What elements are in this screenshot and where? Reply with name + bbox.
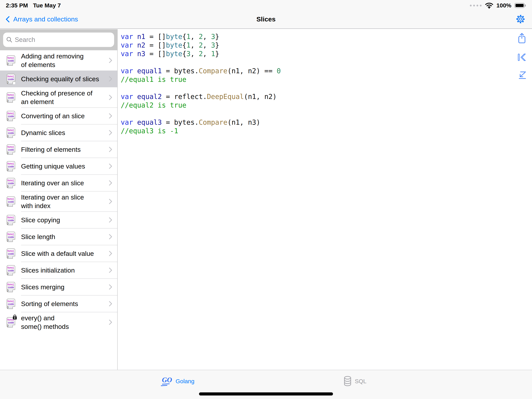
- home-indicator[interactable]: [199, 392, 333, 395]
- doc-icon-text: func{: [7, 145, 14, 148]
- chevron-right-icon: [107, 284, 112, 290]
- back-chevron-icon: [6, 16, 12, 23]
- func-code-icon: func{code}: [7, 282, 15, 292]
- doc-icon-text: code: [7, 115, 14, 118]
- func-code-icon: func{code}: [7, 299, 15, 309]
- back-button[interactable]: Arrays and collections: [7, 15, 78, 23]
- code-token: //equal2 is true: [121, 101, 186, 109]
- database-icon: [343, 376, 352, 387]
- page-fold: [13, 204, 15, 207]
- doc-icon-text: func{: [7, 197, 14, 200]
- func-code-icon: func{code}: [7, 92, 15, 103]
- chevron-right-icon: [107, 217, 112, 223]
- code-token: [133, 118, 137, 126]
- code-token: (n1, n2) ==: [228, 67, 277, 75]
- code-token: n3: [137, 50, 145, 58]
- code-line: //equal2 is true: [121, 101, 532, 109]
- sidebar-item[interactable]: func{code}Slices initialization: [0, 262, 117, 279]
- code-token: = bytes.: [162, 67, 199, 75]
- sidebar-item-label: Sorting of elements: [21, 299, 108, 308]
- code-token: n2: [137, 41, 145, 49]
- func-code-icon: func{code}: [7, 232, 15, 242]
- sidebar-item[interactable]: func{code}Checking equality of slices: [0, 71, 117, 87]
- jump-down-left-button[interactable]: [518, 71, 526, 80]
- doc-icon-text: code: [7, 321, 14, 324]
- chevron-right-icon: [107, 113, 112, 119]
- sidebar-item[interactable]: func{code}Slice length: [0, 228, 117, 245]
- share-icon: [517, 33, 526, 44]
- doc-icon-text: code: [7, 59, 14, 62]
- code-token: = reflect.: [162, 93, 207, 101]
- code-line: [121, 109, 532, 118]
- code-token: 2: [199, 50, 203, 58]
- sidebar-item[interactable]: func{code}Slices merging: [0, 279, 117, 295]
- func-code-icon: func{code}: [7, 265, 15, 276]
- arrow-down-left-icon: [518, 71, 526, 79]
- tab-golang-label: Golang: [176, 378, 195, 385]
- sidebar: func{code}Adding and removing of element…: [0, 29, 118, 370]
- code-line: var n2 = []byte{1, 2, 3}: [121, 41, 532, 50]
- code-token: ,: [190, 33, 199, 40]
- page-fold: [13, 273, 15, 276]
- content-action-bar: [517, 33, 526, 80]
- settings-button[interactable]: [516, 14, 525, 24]
- sidebar-item[interactable]: func{code}Checking of presence of an ele…: [0, 87, 117, 108]
- sidebar-item-label: Slices merging: [21, 283, 108, 291]
- doc-icon-text: func{: [7, 93, 14, 96]
- code-token: equal1: [137, 67, 162, 75]
- code-token: ,: [203, 33, 211, 40]
- func-code-icon: func{code}: [7, 248, 15, 259]
- page-fold: [13, 118, 15, 121]
- sidebar-item[interactable]: func{code}Sorting of elements: [0, 295, 117, 312]
- code-line: //equal3 is -1: [121, 127, 532, 135]
- doc-icon-text: func{: [7, 112, 14, 115]
- doc-icon-text: code: [7, 269, 14, 272]
- sidebar-item[interactable]: func{code}Slice with a default value: [0, 245, 117, 262]
- sidebar-item[interactable]: func{code}every() and some() methods: [0, 312, 117, 332]
- doc-icon-text: func{: [7, 249, 14, 252]
- code-token: var: [121, 67, 133, 75]
- chevron-right-icon: [107, 76, 112, 82]
- share-button[interactable]: [517, 33, 526, 45]
- search-input[interactable]: [15, 36, 111, 44]
- code-token: 1: [211, 50, 215, 58]
- skip-to-start-button[interactable]: [517, 53, 526, 62]
- lock-icon: [13, 316, 17, 320]
- sidebar-item[interactable]: func{code}Getting unique values: [0, 158, 117, 174]
- code-token: [133, 67, 137, 75]
- page-fold: [13, 306, 15, 309]
- code-line: var equal3 = bytes.Compare(n1, n3): [121, 118, 532, 127]
- chevron-right-icon: [107, 234, 112, 239]
- func-code-icon: func{code}: [7, 144, 15, 155]
- doc-icon-text: code: [7, 165, 14, 168]
- back-button-label: Arrays and collections: [13, 15, 78, 23]
- sidebar-item[interactable]: func{code}Dynamic slices: [0, 124, 117, 141]
- cellular-signal-icon: [470, 5, 481, 6]
- code-token: {: [182, 50, 186, 58]
- func-code-icon: func{code}: [7, 196, 15, 207]
- sidebar-item[interactable]: func{code}Filtering of elements: [0, 141, 117, 158]
- page-fold: [13, 186, 15, 188]
- chevron-right-icon: [107, 147, 112, 152]
- chevron-right-icon: [107, 180, 112, 186]
- code-token: 0: [277, 67, 281, 75]
- doc-icon-text: code: [7, 219, 14, 222]
- search-icon: [6, 37, 13, 43]
- code-token: 3: [186, 50, 190, 58]
- golang-logo-icon: GO: [160, 375, 173, 387]
- sidebar-item[interactable]: func{code}Iterating over an slice with i…: [0, 191, 117, 212]
- sidebar-item[interactable]: func{code}Converting of an slice: [0, 108, 117, 124]
- battery-icon: [514, 3, 525, 8]
- sidebar-item-label: Checking of presence of an element: [21, 89, 108, 106]
- sidebar-item[interactable]: func{code}Iterating over an slice: [0, 174, 117, 191]
- sidebar-item-label: Filtering of elements: [21, 145, 108, 154]
- doc-icon-text: code: [7, 302, 14, 305]
- sidebar-item[interactable]: func{code}Slice copying: [0, 212, 117, 228]
- tab-golang[interactable]: GO Golang: [160, 374, 195, 388]
- page-fold: [13, 223, 15, 225]
- tab-sql[interactable]: SQL: [343, 374, 367, 388]
- search-field[interactable]: [3, 32, 114, 47]
- sidebar-item[interactable]: func{code}Adding and removing of element…: [0, 50, 117, 71]
- doc-icon-text: code: [7, 78, 14, 81]
- page-fold: [13, 290, 15, 292]
